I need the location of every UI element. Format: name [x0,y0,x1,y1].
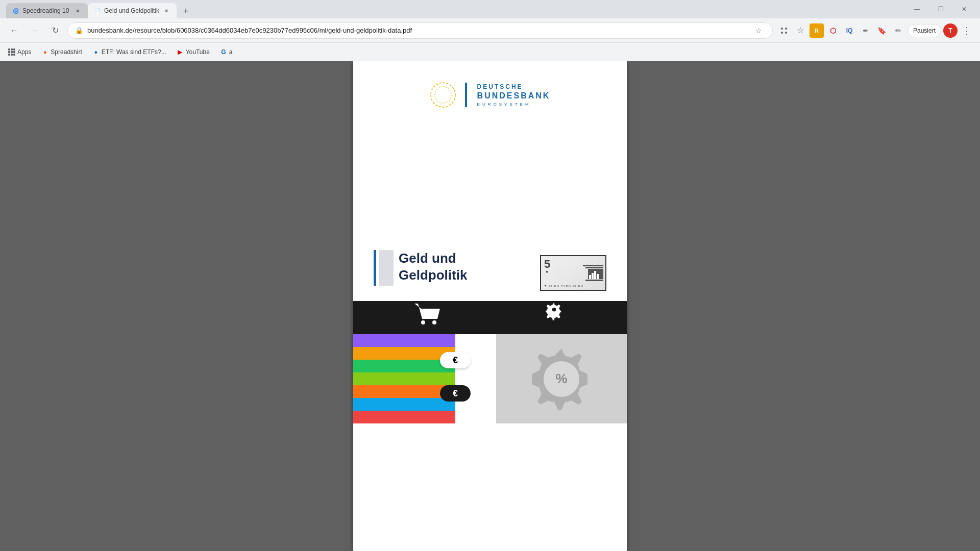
apps-favicon [8,48,15,56]
toolbar-icons: ☆ R ⬡ IQ ✒ 🔖 ✏ Pausiert T ⋮ [777,23,974,38]
svg-point-3 [785,32,787,34]
svg-rect-6 [13,48,15,51]
bookmark-youtube[interactable]: ▶ YouTube [173,45,214,59]
svg-rect-10 [8,54,10,56]
ext4-icon[interactable]: ✒ [859,23,873,38]
pdf-bottom-band [353,301,627,334]
address-text: bundesbank.de/resource/blob/606038/c0364… [87,27,749,34]
bookmark-a[interactable]: G a [216,45,237,59]
eurosystem-text: EUROSYSTEM [477,102,551,107]
pdf-title-line2: Geldpolitik [399,267,467,283]
etf-favicon: ● [92,48,100,56]
bookmarks-bar: Apps ● Spreadshirt ● ETF: Was sind ETFs?… [0,43,980,61]
bookmark-etf[interactable]: ● ETF: Was sind ETFs?... [88,45,170,59]
gear-icon-dark [540,303,568,333]
svg-point-15 [421,320,425,324]
svg-point-14 [435,87,451,103]
tab2-title: Geld und Geldpolitik [104,7,159,14]
stripes-right: % [496,334,627,423]
a-label: a [229,48,233,56]
tab1-title: Speedreading 10 [22,7,70,14]
bookmark-star-icon[interactable]: ☆ [793,23,807,38]
etf-label: ETF: Was sind ETFs?... [102,48,166,56]
lastpass-icon[interactable]: ⬡ [826,23,840,38]
spreadshirt-label: Spreadshirt [51,48,82,56]
paused-label: Pausiert [913,27,936,34]
maximize-button[interactable]: ❐ [929,0,952,18]
stripe-lime [353,372,455,385]
svg-point-2 [781,32,783,34]
back-button[interactable]: ← [6,22,22,39]
pdf-title: Geld und Geldpolitik [399,250,467,286]
euro-badge-black: € [440,385,471,402]
svg-rect-4 [8,48,10,51]
window-controls: — ❐ ✕ [905,0,976,18]
tab2-favicon: 📄 [94,7,101,14]
svg-rect-7 [8,51,10,53]
roboform-icon[interactable]: R [810,23,824,38]
youtube-favicon: ▶ [177,48,184,56]
cart-icon [412,301,443,334]
bookmark-icon[interactable]: ☆ [753,24,765,37]
forward-button[interactable]: → [27,22,43,39]
svg-point-13 [431,83,455,107]
pdf-top-section: DEUTSCHE BUNDESBANK EUROSYSTEM Geld und [353,61,627,301]
bundesbank-text: BUNDESBANK [477,91,551,102]
pdf-title-section: Geld und Geldpolitik 5 ★ [353,240,627,301]
address-bar-icons: ☆ [753,24,765,37]
tab2-close-button[interactable]: ✕ [162,7,170,15]
profile-icon: T [948,27,952,34]
euro-badge-white: € [440,352,471,368]
menu-button[interactable]: ⋮ [960,23,974,38]
svg-rect-12 [13,54,15,56]
stripe-purple [353,334,455,347]
pdf-container: DEUTSCHE BUNDESBANK EUROSYSTEM Geld und [353,61,627,551]
svg-point-0 [781,28,783,30]
close-button[interactable]: ✕ [952,0,976,18]
stripe-blue [353,398,455,411]
stripe-red [353,411,455,423]
banknote-image: 5 ★ [540,255,606,291]
new-tab-button[interactable]: + [179,4,193,18]
deutsche-text: DEUTSCHE [477,83,551,91]
svg-rect-8 [11,51,13,53]
pdf-title-line1: Geld und [399,251,456,266]
stripes-section: € € % [353,334,627,423]
apps-label: Apps [17,48,31,56]
iq-icon[interactable]: IQ [842,23,856,38]
ext6-icon[interactable]: ✏ [891,23,905,38]
minimize-button[interactable]: — [905,0,929,18]
tab1-favicon: 🌀 [12,7,19,14]
tab-bar: 🌀 Speedreading 10 ✕ 📄 Geld und Geldpolit… [4,0,195,18]
reload-button[interactable]: ↻ [47,22,63,39]
bundesbank-logo: DEUTSCHE BUNDESBANK EUROSYSTEM [430,82,551,108]
bookmark-apps[interactable]: Apps [4,45,35,59]
title-bar: 🌀 Speedreading 10 ✕ 📄 Geld und Geldpolit… [0,0,980,18]
svg-rect-11 [11,54,13,56]
svg-rect-9 [13,51,15,53]
svg-rect-5 [11,48,13,51]
svg-text:%: % [555,371,567,386]
tab1-close-button[interactable]: ✕ [74,7,82,15]
a-favicon: G [220,48,227,56]
lock-icon: 🔒 [75,27,83,34]
spreadshirt-favicon: ● [41,48,48,56]
gear-percent-icon: % [521,338,602,420]
youtube-label: YouTube [186,48,210,56]
browser-window: 🌀 Speedreading 10 ✕ 📄 Geld und Geldpolit… [0,0,980,551]
ext5-icon[interactable]: 🔖 [875,23,889,38]
svg-point-16 [432,320,436,324]
content-area: DEUTSCHE BUNDESBANK EUROSYSTEM Geld und [0,61,980,551]
tab-geldpolitik[interactable]: 📄 Geld und Geldpolitik ✕ [88,3,177,18]
stripes-left [353,334,455,423]
address-bar[interactable]: 🔒 bundesbank.de/resource/blob/606038/c03… [67,22,773,39]
profile-button[interactable]: T [943,23,958,38]
paused-button[interactable]: Pausiert [908,24,941,37]
navigation-bar: ← → ↻ 🔒 bundesbank.de/resource/blob/6060… [0,18,980,43]
svg-point-1 [785,28,787,30]
bookmark-spreadshirt[interactable]: ● Spreadshirt [37,45,86,59]
tab-speedreading[interactable]: 🌀 Speedreading 10 ✕ [6,3,88,18]
extensions-icon[interactable] [777,23,791,38]
